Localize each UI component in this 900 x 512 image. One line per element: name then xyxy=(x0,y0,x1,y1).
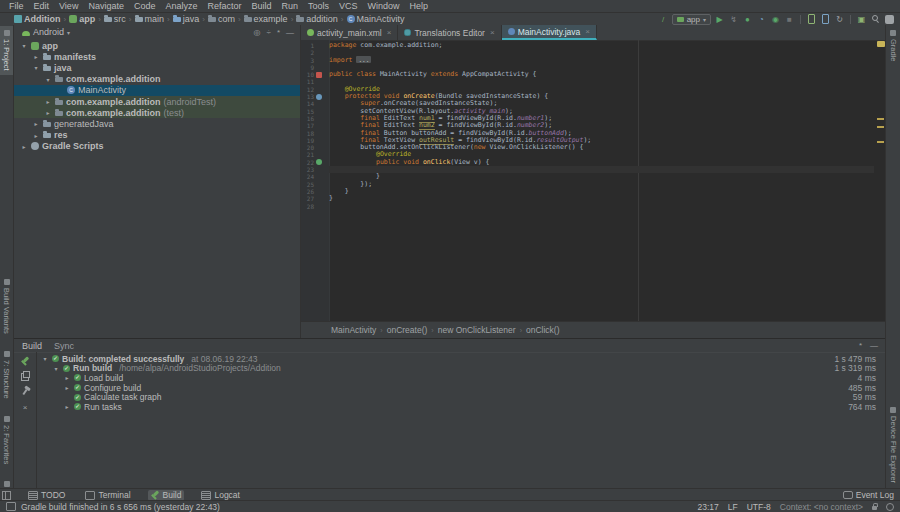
editor-tab[interactable]: Translations Editor× xyxy=(398,25,501,40)
encoding-widget[interactable]: UTF-8 xyxy=(747,502,771,512)
stop-icon[interactable]: ■ xyxy=(784,14,795,25)
hide-icon[interactable]: — xyxy=(286,28,294,37)
collapse-all-icon[interactable]: ÷ xyxy=(266,28,270,37)
nav-crumb[interactable]: addition xyxy=(295,14,339,24)
build-tree-row[interactable]: ▾✓Build: completed successfullyat 08.06.… xyxy=(37,354,886,364)
code-line[interactable]: 3import ... xyxy=(301,57,874,64)
close-icon[interactable]: × xyxy=(585,27,590,36)
breadcrumb-item[interactable]: onClick() xyxy=(526,325,560,335)
project-tree-row[interactable]: ▸manifests xyxy=(14,51,300,62)
editor-tab[interactable]: activity_main.xml× xyxy=(301,25,398,40)
nav-crumb[interactable]: src xyxy=(103,14,127,24)
tool-stripe-button[interactable]: 7: Structure xyxy=(0,347,13,403)
nav-crumb[interactable]: app xyxy=(68,14,96,24)
context-widget[interactable]: Context: <no context> xyxy=(780,502,863,512)
expanded-arrow-icon[interactable]: ▾ xyxy=(52,365,60,372)
code-line[interactable]: 22 public void onClick(View v) { xyxy=(301,159,874,166)
profiler-icon[interactable]: ◔ xyxy=(756,14,767,25)
warning-stripe-mark[interactable] xyxy=(877,141,884,143)
folded-imports[interactable]: ... xyxy=(356,56,371,63)
tool-stripe-button[interactable]: 1: Project xyxy=(0,26,13,75)
collapsed-arrow-icon[interactable]: ▸ xyxy=(63,384,71,391)
toolwindow-button-terminal[interactable]: Terminal xyxy=(82,490,133,501)
tool-stripe-button[interactable]: Gradle xyxy=(887,26,900,66)
window-icon[interactable] xyxy=(6,502,16,511)
menu-item-file[interactable]: File xyxy=(4,0,29,12)
hide-icon[interactable]: — xyxy=(870,341,878,350)
collapsed-arrow-icon[interactable]: ▸ xyxy=(32,120,40,127)
build-tree-row[interactable]: ▸✓Run tasks764 ms xyxy=(37,402,886,412)
project-view-selector[interactable]: Android xyxy=(33,27,64,37)
nav-crumb[interactable]: com xyxy=(207,14,236,24)
menu-item-edit[interactable]: Edit xyxy=(29,0,55,12)
nav-crumb[interactable]: Addition xyxy=(13,14,62,24)
close-icon[interactable]: × xyxy=(387,28,392,37)
collapsed-arrow-icon[interactable]: ▸ xyxy=(63,374,71,381)
event-log-button[interactable]: Event Log xyxy=(843,490,894,500)
menu-item-refactor[interactable]: Refactor xyxy=(202,0,246,12)
menu-item-analyze[interactable]: Analyze xyxy=(160,0,202,12)
menu-item-vcs[interactable]: VCS xyxy=(334,0,363,12)
tool-stripe-button[interactable]: 2: Favorites xyxy=(0,412,13,468)
code-line[interactable]: 23 xyxy=(301,166,874,173)
nav-crumb[interactable]: MainActivity xyxy=(346,14,406,24)
memory-indicator-icon[interactable] xyxy=(886,503,894,511)
project-tree-row[interactable]: ▾java xyxy=(14,62,300,73)
project-tree-row[interactable]: ▸Gradle Scripts xyxy=(14,141,300,152)
code-line[interactable]: 10public class MainActivity extends AppC… xyxy=(301,71,874,78)
settings-icon[interactable]: * xyxy=(859,341,862,350)
code-line[interactable]: 27} xyxy=(301,195,874,202)
notifications-icon[interactable] xyxy=(884,14,895,25)
code-line[interactable]: 25 }); xyxy=(301,181,874,188)
menu-item-view[interactable]: View xyxy=(54,0,83,12)
menu-item-run[interactable]: Run xyxy=(277,0,304,12)
collapsed-arrow-icon[interactable]: ▸ xyxy=(44,98,52,105)
code-line[interactable]: 28 xyxy=(301,203,874,210)
debug-icon[interactable]: ● xyxy=(742,14,753,25)
search-icon[interactable] xyxy=(870,14,881,25)
pin-icon[interactable] xyxy=(22,389,27,395)
export-icon[interactable] xyxy=(21,373,29,381)
nav-crumb[interactable]: java xyxy=(172,14,201,24)
run-icon[interactable]: ▶ xyxy=(714,14,725,25)
collapsed-arrow-icon[interactable]: ▸ xyxy=(32,53,40,60)
menu-item-code[interactable]: Code xyxy=(129,0,161,12)
override-method-icon[interactable] xyxy=(316,94,322,100)
chevron-down-icon[interactable]: ▾ xyxy=(67,29,70,36)
menu-item-window[interactable]: Window xyxy=(363,0,405,12)
caret-position[interactable]: 23:17 xyxy=(698,502,719,512)
collapsed-arrow-icon[interactable]: ▸ xyxy=(63,403,71,410)
build-settings-icon[interactable] xyxy=(21,357,30,366)
project-tree-row[interactable]: ▾com.example.addition xyxy=(14,74,300,85)
build-tree-row[interactable]: ▸✓Load build4 ms xyxy=(37,373,886,383)
expanded-arrow-icon[interactable]: ▾ xyxy=(20,42,28,49)
close-icon[interactable]: × xyxy=(23,403,28,412)
breadcrumb-item[interactable]: new OnClickListener xyxy=(438,325,516,335)
lock-icon[interactable] xyxy=(872,506,877,510)
inspection-indicator-icon[interactable] xyxy=(877,41,885,47)
menu-item-navigate[interactable]: Navigate xyxy=(83,0,129,12)
sdk-manager-icon[interactable]: ▣ xyxy=(856,14,867,25)
nav-crumb[interactable]: example xyxy=(243,14,289,24)
tool-stripe-button[interactable]: Device File Explorer xyxy=(887,403,900,487)
project-tree-row[interactable]: ▸com.example.addition (androidTest) xyxy=(14,96,300,107)
menu-item-help[interactable]: Help xyxy=(405,0,434,12)
apply-changes-icon[interactable]: ↯ xyxy=(728,14,739,25)
code-area[interactable]: 1package com.example.addition;23import .… xyxy=(301,40,886,322)
toolwindow-switcher-icon[interactable] xyxy=(2,491,11,500)
menu-item-build[interactable]: Build xyxy=(246,0,276,12)
project-tree-row[interactable]: ▾app xyxy=(14,40,300,51)
project-tree-row[interactable]: ▸res xyxy=(14,130,300,141)
toolwindow-button-logcat[interactable]: Logcat xyxy=(198,490,243,501)
warning-stripe-mark[interactable] xyxy=(877,118,884,120)
locate-file-icon[interactable]: ◎ xyxy=(254,28,261,37)
collapsed-arrow-icon[interactable]: ▸ xyxy=(44,109,52,116)
attach-debugger-icon[interactable]: ◉ xyxy=(770,14,781,25)
build-tab-build[interactable]: Build xyxy=(22,341,42,351)
tool-stripe-button[interactable]: Build Variants xyxy=(0,275,13,338)
code-line[interactable]: 11 xyxy=(301,78,874,85)
code-line[interactable]: 24 } xyxy=(301,173,874,180)
build-tree-row[interactable]: ▾✓Run build/home/alpa/AndroidStudioProje… xyxy=(37,364,886,374)
project-tree-row[interactable]: ▸com.example.addition (test) xyxy=(14,107,300,118)
expanded-arrow-icon[interactable]: ▾ xyxy=(32,64,40,71)
